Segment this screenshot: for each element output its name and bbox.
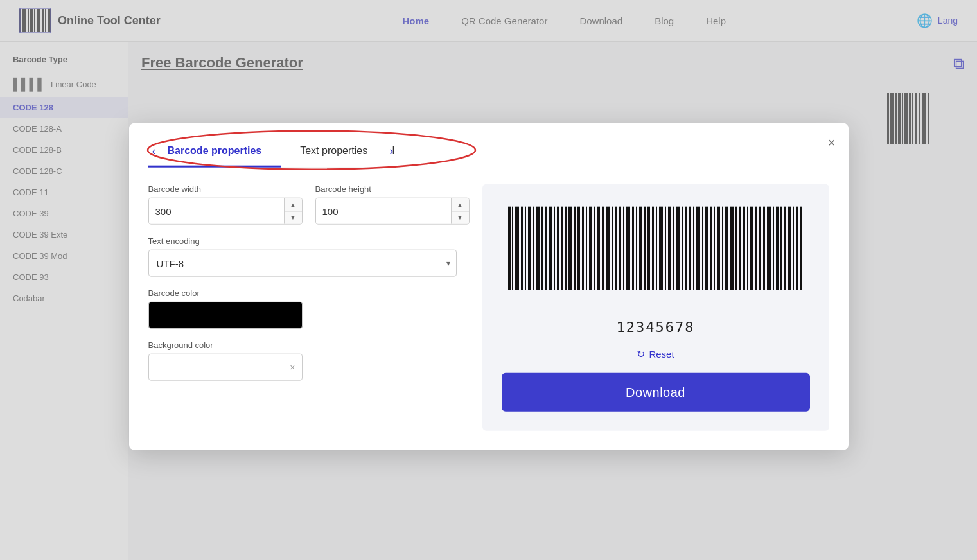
barcode-height-input-wrap: ▲ ▼: [315, 198, 470, 225]
svg-rect-40: [565, 207, 567, 290]
svg-rect-90: [773, 207, 774, 290]
text-encoding-select[interactable]: UTF-8 ASCII ISO-8859-1: [148, 250, 457, 277]
barcode-image: [502, 204, 810, 306]
svg-rect-56: [632, 207, 634, 290]
svg-rect-84: [747, 207, 748, 290]
svg-rect-47: [594, 207, 595, 290]
svg-rect-26: [508, 207, 511, 290]
modal-tabs: ‹ Barcode properties Text properties I ›: [148, 137, 400, 168]
height-spinners: ▲ ▼: [451, 198, 469, 224]
text-encoding-group: Text encoding UTF-8 ASCII ISO-8859-1 ▾: [148, 236, 457, 277]
modal-header: ‹ Barcode properties Text properties I ›…: [129, 123, 849, 168]
svg-rect-82: [739, 207, 741, 290]
svg-rect-96: [796, 207, 798, 290]
barcode-height-group: Barcode height ▲ ▼: [315, 184, 470, 225]
svg-rect-27: [512, 207, 513, 290]
barcode-color-swatch[interactable]: [148, 302, 303, 329]
svg-rect-50: [606, 207, 610, 290]
svg-rect-41: [568, 207, 572, 290]
svg-rect-59: [644, 207, 646, 290]
svg-rect-94: [788, 207, 791, 290]
text-encoding-select-wrap: UTF-8 ASCII ISO-8859-1 ▾: [148, 250, 457, 277]
svg-rect-51: [612, 207, 613, 290]
barcode-color-group: Barcode color: [148, 288, 457, 329]
svg-rect-49: [602, 207, 604, 290]
svg-rect-45: [586, 207, 587, 290]
close-button[interactable]: ×: [828, 136, 836, 149]
svg-rect-37: [554, 207, 555, 290]
width-spin-down[interactable]: ▼: [285, 211, 302, 224]
svg-rect-43: [577, 207, 580, 290]
svg-rect-75: [710, 207, 712, 290]
svg-rect-65: [668, 207, 671, 290]
svg-rect-93: [784, 207, 786, 290]
svg-rect-85: [750, 207, 753, 290]
svg-rect-67: [676, 207, 680, 290]
svg-rect-69: [685, 207, 687, 290]
svg-rect-38: [557, 207, 559, 290]
svg-rect-87: [759, 207, 761, 290]
svg-rect-55: [626, 207, 630, 290]
barcode-height-label: Barcode height: [315, 184, 470, 194]
svg-rect-81: [735, 207, 737, 290]
width-spinners: ▲ ▼: [284, 198, 302, 224]
svg-rect-28: [515, 207, 519, 290]
svg-rect-53: [619, 207, 621, 290]
svg-rect-66: [673, 207, 674, 290]
svg-rect-73: [702, 207, 703, 290]
modal-body: Barcode width ▲ ▼ Barcode height: [129, 168, 849, 450]
barcode-preview-area: 12345678 ↻ Reset Download: [482, 184, 829, 431]
barcode-height-input[interactable]: [316, 198, 451, 224]
svg-rect-33: [536, 207, 540, 290]
tab-barcode-properties[interactable]: Barcode properties: [148, 137, 281, 168]
svg-rect-29: [521, 207, 523, 290]
svg-rect-34: [541, 207, 543, 290]
svg-rect-74: [705, 207, 708, 290]
svg-rect-71: [693, 207, 694, 290]
svg-rect-58: [639, 207, 642, 290]
svg-rect-79: [725, 207, 728, 290]
svg-rect-30: [525, 207, 526, 290]
svg-rect-92: [780, 207, 782, 290]
svg-rect-83: [743, 207, 745, 290]
tab-next-arrow[interactable]: ›: [390, 144, 394, 158]
height-spin-down[interactable]: ▼: [452, 211, 469, 224]
background-color-swatch[interactable]: ×: [148, 354, 303, 381]
svg-rect-57: [636, 207, 637, 290]
svg-rect-95: [793, 207, 794, 290]
background-color-group: Background color ×: [148, 340, 457, 381]
reset-label: Reset: [649, 349, 674, 360]
width-spin-up[interactable]: ▲: [285, 198, 302, 212]
svg-rect-32: [533, 207, 534, 290]
modal-dialog: ‹ Barcode properties Text properties I ›…: [129, 123, 849, 450]
svg-rect-89: [767, 207, 771, 290]
reset-icon: ↻: [637, 348, 645, 360]
barcode-width-input-wrap: ▲ ▼: [148, 198, 303, 225]
swatch-clear-icon[interactable]: ×: [290, 362, 295, 372]
svg-rect-52: [615, 207, 617, 290]
height-spin-up[interactable]: ▲: [452, 198, 469, 212]
modal-form: Barcode width ▲ ▼ Barcode height: [148, 184, 457, 431]
svg-rect-60: [647, 207, 650, 290]
svg-rect-80: [730, 207, 734, 290]
svg-rect-42: [574, 207, 576, 290]
barcode-width-input[interactable]: [149, 198, 284, 224]
svg-rect-31: [528, 207, 531, 290]
svg-rect-70: [689, 207, 691, 290]
text-encoding-label: Text encoding: [148, 236, 457, 246]
reset-button[interactable]: ↻ Reset: [637, 348, 674, 360]
svg-rect-91: [776, 207, 779, 290]
svg-rect-68: [682, 207, 683, 290]
tab-text-properties[interactable]: Text properties: [281, 137, 387, 168]
svg-rect-86: [755, 207, 757, 290]
svg-rect-61: [652, 207, 654, 290]
svg-rect-39: [561, 207, 563, 290]
svg-rect-63: [659, 207, 663, 290]
barcode-number: 12345678: [617, 319, 695, 335]
svg-rect-77: [717, 207, 720, 290]
svg-rect-72: [696, 207, 700, 290]
download-button[interactable]: Download: [502, 373, 810, 412]
dimensions-row: Barcode width ▲ ▼ Barcode height: [148, 184, 457, 225]
barcode-width-label: Barcode width: [148, 184, 303, 194]
svg-rect-54: [623, 207, 624, 290]
